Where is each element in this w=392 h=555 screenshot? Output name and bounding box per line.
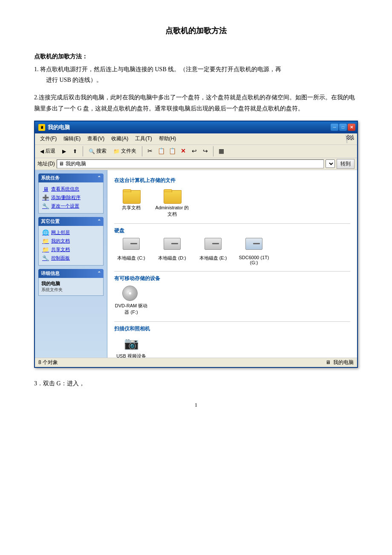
titlebar-buttons[interactable]: ─ □ ✕ [331, 124, 355, 131]
folders-label: 文件夹 [121, 147, 136, 155]
sidebar-item-network[interactable]: 🌐 网上邻居 [41, 228, 101, 237]
object-count: 8 个对象 [38, 359, 58, 366]
search-button[interactable]: 🔍 搜索 [86, 147, 109, 156]
sidebar-section-header-details[interactable]: 详细信息 ⌃ [38, 269, 104, 278]
winxp-window: 🖥 我的电脑 ─ □ ✕ 文件(F) 编辑(E) 查看(V) 收藏(A) 工具(… [34, 121, 358, 368]
drive-c-label: 本地磁盘 (C:) [117, 255, 145, 261]
dvd-label: DVD-RAM 驱动器 (F:) [114, 303, 148, 315]
admin-docs-item[interactable]: Administrator 的文档 [155, 188, 189, 217]
sysinfo-icon: 🖥 [42, 186, 49, 193]
back-label: 后退 [45, 147, 55, 155]
hard-drives-section: 硬盘 本地磁盘 (C:) [114, 227, 350, 265]
sidebar-section-system-tasks: 系统任务 ⌃ 🖥 查看系统信息 ➕ 添加/删除程序 🔧 更改一个设置 [38, 173, 104, 214]
close-button[interactable]: ✕ [348, 124, 355, 131]
sidebar-item-mydocs[interactable]: 📁 我的文档 [41, 237, 101, 246]
menu-tools[interactable]: 工具(T) [133, 134, 154, 143]
folders-button[interactable]: 📁 文件夹 [111, 147, 139, 156]
sidebar-item-controlpanel[interactable]: 🔧 控制面板 [41, 254, 101, 263]
stored-files-title: 在这台计算机上存储的文件 [114, 177, 350, 184]
drive-e-icon [204, 238, 222, 253]
sidebar-section-title-other: 其它位置 [41, 218, 60, 225]
sidebar: 系统任务 ⌃ 🖥 查看系统信息 ➕ 添加/删除程序 🔧 更改一个设置 [35, 170, 107, 358]
titlebar-left: 🖥 我的电脑 [38, 124, 70, 131]
sysinfo-label: 查看系统信息 [51, 186, 79, 192]
scanner-section: 扫描仪和照相机 📷 USB 视频设备 [114, 325, 350, 358]
page-number: 1 [34, 402, 358, 408]
back-arrow-icon: ◀ [40, 148, 44, 154]
drive-c-item[interactable]: 本地磁盘 (C:) [114, 238, 148, 265]
sidebar-item-changesetting[interactable]: 🔧 更改一个设置 [41, 202, 101, 211]
drive-g-item[interactable]: SDC6000 (1T) (G:) [237, 238, 271, 265]
hard-drives-title: 硬盘 [114, 227, 350, 234]
drive-d-item[interactable]: 本地磁盘 (D:) [155, 238, 189, 265]
windows-logo: 🏁 [345, 134, 355, 144]
delete-button[interactable]: ✕ [179, 147, 188, 156]
undo-button[interactable]: ↩ [190, 147, 199, 156]
menu-help[interactable]: 帮助(H) [156, 134, 179, 143]
redo-button[interactable]: ↪ [201, 147, 210, 156]
back-button[interactable]: ◀ 后退 [37, 147, 58, 156]
menu-file[interactable]: 文件(F) [37, 134, 59, 143]
paste-button[interactable]: 📋 [167, 147, 177, 156]
address-field[interactable]: 🖥 我的电脑 [57, 159, 324, 168]
scanner-title: 扫描仪和照相机 [114, 325, 350, 332]
page-number-value: 1 [195, 402, 198, 408]
section-heading: 点歌机的加歌方法： [34, 53, 358, 61]
menu-edit[interactable]: 编辑(E) [61, 134, 83, 143]
sidebar-section-header-other[interactable]: 其它位置 ⌃ [38, 217, 104, 226]
shared-docs-item[interactable]: 共享文档 [114, 188, 148, 217]
sidebar-item-shareddocs[interactable]: 📁 共享文档 [41, 246, 101, 254]
usb-video-item[interactable]: 📷 USB 视频设备 [114, 336, 148, 358]
sidebar-item-sysinfo[interactable]: 🖥 查看系统信息 [41, 185, 101, 194]
divider-3 [114, 321, 350, 322]
drive-g-label: SDC6000 (1T) (G:) [237, 255, 271, 265]
toolbar: ◀ 后退 ▶ ⬆ 🔍 搜索 📁 文件夹 ✂ 📋 📋 ✕ ↩ ↪ ▦ [35, 145, 357, 158]
folders-icon: 📁 [113, 148, 120, 154]
address-dropdown[interactable] [326, 159, 335, 168]
divider-2 [114, 271, 350, 272]
sidebar-item-addremove[interactable]: ➕ 添加/删除程序 [41, 194, 101, 202]
mydocs-label: 我的文档 [51, 238, 70, 244]
collapse-icon-other: ⌃ [97, 219, 101, 224]
sidebar-section-header-system[interactable]: 系统任务 ⌃ [38, 173, 104, 182]
addremove-icon: ➕ [42, 194, 49, 201]
step2-text: 2.连接完成后双击我的电脑，此时在我的电脑中多出了一个盘符，这个盘符就是点歌机的… [34, 94, 355, 111]
addremove-label: 添加/删除程序 [51, 194, 81, 201]
cut-button[interactable]: ✂ [145, 147, 155, 156]
removable-section: 有可移动存储的设备 DVD-RAM 驱动器 (F:) [114, 275, 350, 315]
shareddocs-label: 共享文档 [51, 246, 70, 253]
stored-files-section: 在这台计算机上存储的文件 共享文档 Administrator 的文档 [114, 177, 350, 217]
admin-docs-folder-icon [164, 188, 181, 203]
drive-c-icon [122, 238, 140, 253]
network-label: 网上邻居 [51, 229, 70, 236]
copy-button[interactable]: 📋 [156, 147, 166, 156]
sidebar-section-body-other: 🌐 网上邻居 📁 我的文档 📁 共享文档 🔧 控制面板 [38, 226, 104, 266]
controlpanel-icon: 🔧 [42, 255, 49, 262]
shareddocs-icon: 📁 [42, 246, 49, 253]
sidebar-section-title-details: 详细信息 [41, 270, 60, 277]
hard-drives-grid: 本地磁盘 (C:) 本地磁盘 (D:) [114, 238, 350, 265]
minimize-button[interactable]: ─ [331, 124, 338, 131]
menu-favorites[interactable]: 收藏(A) [109, 134, 131, 143]
page-title: 点歌机的加歌方法 [34, 26, 358, 36]
main-content: 在这台计算机上存储的文件 共享文档 Administrator 的文档 硬盘 [107, 170, 357, 358]
step2-paragraph: 2.连接完成后双击我的电脑，此时在我的电脑中多出了一个盘符，这个盘符就是点歌机的… [34, 92, 358, 113]
sidebar-section-other-locations: 其它位置 ⌃ 🌐 网上邻居 📁 我的文档 📁 共享文档 [38, 217, 104, 266]
window-icon: 🖥 [38, 124, 45, 131]
go-button[interactable]: 转到 [337, 159, 355, 169]
admin-docs-label: Administrator 的文档 [155, 205, 189, 217]
up-button[interactable]: ⬆ [70, 147, 80, 155]
sidebar-section-body-system: 🖥 查看系统信息 ➕ 添加/删除程序 🔧 更改一个设置 [38, 182, 104, 214]
menu-view[interactable]: 查看(V) [85, 134, 107, 143]
forward-arrow-icon: ▶ [62, 148, 66, 154]
views-button[interactable]: ▦ [216, 147, 226, 156]
dvd-item[interactable]: DVD-RAM 驱动器 (F:) [114, 286, 148, 315]
step1-paragraph: 1. 将点歌机电源打开，然后连上与电脑连接的 USB 线。（注意一定要先打开点歌… [34, 64, 358, 85]
shared-docs-folder-icon [123, 188, 140, 203]
drive-e-item[interactable]: 本地磁盘 (E:) [196, 238, 230, 265]
camera-icon: 📷 [123, 336, 140, 351]
divider-1 [114, 223, 350, 224]
maximize-button[interactable]: □ [339, 124, 347, 131]
address-icon: 🖥 [59, 161, 64, 167]
forward-button[interactable]: ▶ [60, 147, 69, 155]
